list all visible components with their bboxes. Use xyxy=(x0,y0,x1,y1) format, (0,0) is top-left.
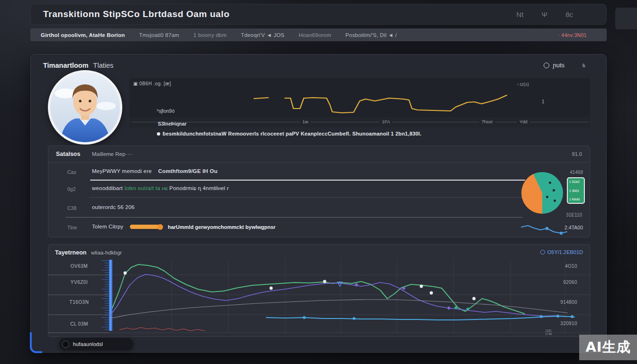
statistics-panel: Satalsos Mailleme Rep···· 91.0 Cas MeyPW… xyxy=(48,146,590,237)
stat-row-bold-4: harUmmld gerwyomchommckt bywlwgpnsr xyxy=(168,224,275,230)
pie-chart[interactable] xyxy=(521,172,563,214)
nav-item-3[interactable]: 1 boorry dbm xyxy=(193,32,227,38)
nav-item-2[interactable]: Tmsjoati0 87am xyxy=(139,32,179,38)
pie-dot xyxy=(549,182,551,184)
chart-title: Tayetrneon xyxy=(55,249,86,256)
card-title-bold: Timanartloom xyxy=(43,62,89,69)
card-title-light: Tlaties xyxy=(93,62,114,69)
stat-row-label-1: Cas xyxy=(67,169,76,175)
axis-tick-3: 7hsor xyxy=(479,119,495,124)
timeline-label-top: ʰsʃlon9ó xyxy=(157,108,174,114)
y-label-1: OV63M xyxy=(53,264,105,269)
axis-tick-4: Ydd xyxy=(517,119,530,124)
legend-line-2: 1 3N01 xyxy=(569,189,582,192)
progress-pill xyxy=(130,225,161,229)
pie-dot xyxy=(553,189,555,191)
stat-row-label-4: Tlne xyxy=(67,225,77,230)
notifications-icon[interactable]: Nt xyxy=(517,10,524,18)
divider-medium xyxy=(65,217,522,218)
timeline-strip: ▣ 0B6H .og. [æ] › t2(s) 1 xyxy=(129,78,590,117)
y-label-3: T16O3N xyxy=(53,300,105,305)
legend-line-1: 1 SGk0 xyxy=(569,180,582,183)
nav-item-1[interactable]: Girthol opoolivm, AtaHe Borion xyxy=(41,32,125,38)
statistics-subtitle: Mailleme Rep···· xyxy=(92,151,133,157)
chart-header: Tayetrneon wliaa-hdkbgr xyxy=(48,245,590,261)
card-extra-icon[interactable]: ♞ xyxy=(581,62,586,69)
divider xyxy=(48,162,590,163)
divider-strong xyxy=(90,180,525,181)
right-label-2: 92060 xyxy=(563,280,577,285)
main-nav: Girthol opoolivm, AtaHe Borion Tmsjoati0… xyxy=(30,28,607,41)
record-icon xyxy=(62,341,69,348)
status-ring-icon xyxy=(544,63,549,68)
stat-row-value-1: 41468 xyxy=(570,170,583,175)
stat-value-mid: 31E110 xyxy=(566,212,582,218)
timeline-axis: 1ʍ 1FA 7hsor Ydd xyxy=(129,117,590,127)
sparkline-chart xyxy=(520,223,569,237)
pie-legend: 1 SGk0 1 3N01 1 RAA0 xyxy=(567,177,585,204)
statistics-header: Satalsos Mailleme Rep···· 91.0 xyxy=(48,146,590,162)
nav-alert-badge[interactable]: · 44nv:3N01 xyxy=(558,32,587,38)
line-chart-panel: Tayetrneon wliaa-hdkbgr O5Y/1.2EB01D OV6… xyxy=(48,244,590,337)
y-label-4: CL 03M xyxy=(53,321,105,327)
statistics-title: Satalsos xyxy=(56,151,80,157)
avatar[interactable] xyxy=(48,70,122,145)
timeline-label-bottom: S3IneÞiqnar xyxy=(158,121,187,127)
titlebar-actions: Nt Ψ 8c xyxy=(517,10,573,18)
pie-dot xyxy=(546,196,548,198)
status-label: ɲuts xyxy=(553,62,564,69)
timeline-description: ɓesmkildunchmfotstnaW Remooverls rlcocee… xyxy=(157,131,421,136)
window-titlebar: Transkitionn StipSCo Lbrtdasd Oam ualo N… xyxy=(30,4,607,25)
bullet-icon xyxy=(157,132,160,136)
footer-status-text: hufaaunlodsl xyxy=(73,341,103,347)
nav-item-4[interactable]: Tdeoqri'V ◄ JOS xyxy=(241,32,284,38)
right-label-1: 4O10 xyxy=(565,264,577,269)
stat-row-label-2: 0g2 xyxy=(67,186,76,192)
stat-row-label-3: C38 xyxy=(67,205,76,211)
chart-header-link[interactable]: O5Y/1.2EB01D xyxy=(540,249,583,255)
legend-line-3: 1 RAA0 xyxy=(569,198,582,201)
chart-plot-area[interactable]: OV63M YV6Z0I T16O3N CL 03M 4O10 92060 91… xyxy=(48,259,591,337)
multi-line-chart xyxy=(48,259,591,337)
background-corner-tile xyxy=(615,8,637,29)
stat-row-text-1[interactable]: MeyPWWY memodi ere Comthftom9/GE IH Ou xyxy=(92,168,218,174)
divider xyxy=(89,197,522,198)
ai-watermark: AI生成 xyxy=(579,335,637,360)
stat-row-text-3[interactable]: outerordc 56 206 xyxy=(92,204,135,210)
axis-tick-2: 1FA xyxy=(380,119,392,124)
card-title: TimanartloomTlaties xyxy=(43,62,113,69)
axis-tick-1: 1ʍ xyxy=(300,119,310,124)
user-icon[interactable]: 8c xyxy=(565,10,573,18)
footer-status-pill[interactable]: hufaaunlodsl xyxy=(59,338,133,350)
statistics-header-value: 91.0 xyxy=(572,151,582,157)
window-title: Transkitionn StipSCo Lbrtdasd Oam ualo xyxy=(43,9,229,19)
card-status[interactable]: ɲuts xyxy=(544,62,564,69)
pie-dot xyxy=(554,200,556,202)
nav-item-6[interactable]: Posboitim/'S, Dil ◄ / xyxy=(346,32,397,38)
nav-item-5[interactable]: Hoan69orom xyxy=(299,32,331,38)
clock-icon xyxy=(540,250,545,255)
chart-subtitle: wliaa-hdkbgr xyxy=(91,250,122,255)
timeline-line-chart xyxy=(129,78,590,117)
y-label-2: YV6Z0I xyxy=(53,280,105,285)
right-label-4: 320910 xyxy=(560,321,577,326)
stat-row-text-2[interactable]: weooddibart ʇoʦn ouíra/t ta ʜɕ Ponodrmiɕ… xyxy=(92,185,229,191)
right-label-3: 914800 xyxy=(560,300,577,305)
tiny-axis-values: 1181 1746 xyxy=(545,329,552,336)
dashboard-card: TimanartloomTlaties ɲuts ♞ xyxy=(30,54,607,353)
highlighted-green-text: ʇoʦn ouíra/t ta ʜɕ xyxy=(124,185,168,191)
globe-icon[interactable]: Ψ xyxy=(542,10,548,18)
stat-row-text-4[interactable]: Tolem Citrpy xyxy=(92,224,123,229)
